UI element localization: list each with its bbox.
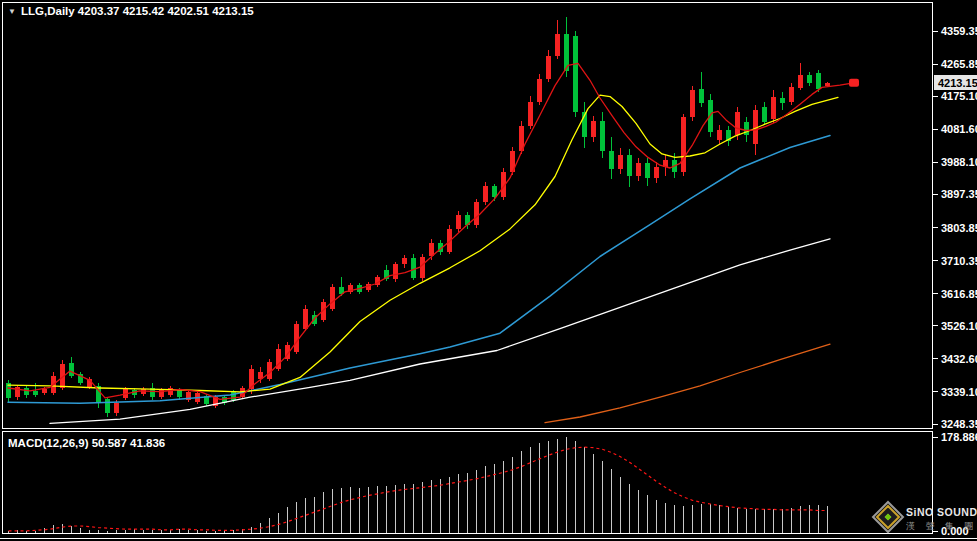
candle-body	[690, 90, 695, 117]
price-axis-label: 4359.35	[941, 25, 977, 37]
price-axis-label: 3710.35	[941, 255, 977, 267]
ma-line-yellow-med	[8, 95, 838, 392]
candle-body	[411, 258, 416, 278]
candle-body	[33, 391, 38, 395]
candle-body	[573, 36, 578, 112]
candle-body	[600, 121, 605, 151]
candle-body	[654, 167, 659, 178]
price-axis-label: 3339.10	[941, 386, 977, 398]
ma-line-white-long	[50, 239, 830, 424]
candle-body	[780, 98, 785, 103]
candle-body	[330, 287, 335, 309]
candle-body	[537, 79, 542, 102]
price-axis-label: 4175.10	[941, 90, 977, 102]
chart-window: 4359.354265.854175.104081.603988.103897.…	[0, 0, 977, 541]
candle-body	[735, 112, 740, 135]
candle-body	[681, 117, 686, 172]
candle-body	[609, 151, 614, 169]
candle-body	[618, 155, 623, 169]
candle-body	[627, 155, 632, 176]
current-price-tag: 4213.15	[934, 75, 977, 90]
candle-body	[69, 363, 74, 376]
candlestick-series	[6, 17, 830, 417]
candle-body	[474, 202, 479, 225]
price-axis-label: 3616.85	[941, 288, 977, 300]
candle-body	[303, 309, 308, 329]
diamond-logo-icon	[873, 502, 903, 532]
candle-body	[393, 264, 398, 279]
price-chart-surface[interactable]: 4359.354265.854175.104081.603988.103897.…	[0, 0, 977, 541]
price-axis-label: 3988.10	[941, 156, 977, 168]
candle-body	[555, 34, 560, 56]
symbol-dropdown-arrow[interactable]: ▼	[8, 7, 16, 16]
candle-body	[546, 56, 551, 79]
chart-title-ohlc: LLG,Daily 4203.37 4215.42 4202.51 4213.1…	[21, 5, 254, 17]
candle-body	[645, 163, 650, 177]
candle-body	[798, 75, 803, 88]
macd-signal-line	[9, 447, 828, 531]
candle-body	[807, 75, 812, 83]
candle-body	[762, 107, 767, 122]
price-axis-label: 3803.85	[941, 222, 977, 234]
candle-body	[771, 97, 776, 119]
candle-body	[177, 390, 182, 397]
ma-line-orange-slow	[545, 344, 830, 423]
price-axis-label: 3526.10	[941, 320, 977, 332]
candle-body	[42, 389, 47, 393]
candle-body	[816, 73, 821, 89]
logo-subtext: 漢 聲 集 團	[906, 521, 977, 531]
pane-resizer[interactable]	[2, 428, 933, 432]
price-axis-label: 4081.60	[941, 123, 977, 135]
ma-line-red-fast	[8, 63, 852, 399]
sino-sound-logo: SiNO SOUND 漢 聲 集 團	[873, 502, 977, 532]
price-axis-label: 3432.60	[941, 353, 977, 365]
macd-indicator-label: MACD(12,26,9) 50.587 41.836	[8, 437, 165, 449]
last-price-marker-dot	[849, 79, 859, 87]
candle-body	[591, 121, 596, 137]
price-axis-label: 3248.35	[941, 418, 977, 430]
candle-body	[105, 399, 110, 413]
candle-body	[492, 186, 497, 197]
candle-body	[402, 258, 407, 264]
price-axis-label: 4265.85	[941, 58, 977, 70]
candle-body	[114, 403, 119, 413]
candle-body	[294, 324, 299, 352]
price-axis-label: 3897.35	[941, 188, 977, 200]
candle-body	[717, 130, 722, 140]
price-tag-value: 4213.15	[938, 77, 977, 89]
candle-body	[456, 215, 461, 229]
macd-axis-label: 178.886	[941, 431, 977, 443]
candle-body	[483, 186, 488, 202]
candle-body	[528, 102, 533, 127]
candle-body	[789, 87, 794, 102]
candle-body	[825, 83, 830, 87]
candle-body	[699, 89, 704, 103]
ma-line-blue-mid	[8, 136, 830, 404]
logo-text: SiNO SOUND	[906, 506, 977, 518]
candle-body	[24, 388, 29, 395]
candle-body	[636, 163, 641, 175]
